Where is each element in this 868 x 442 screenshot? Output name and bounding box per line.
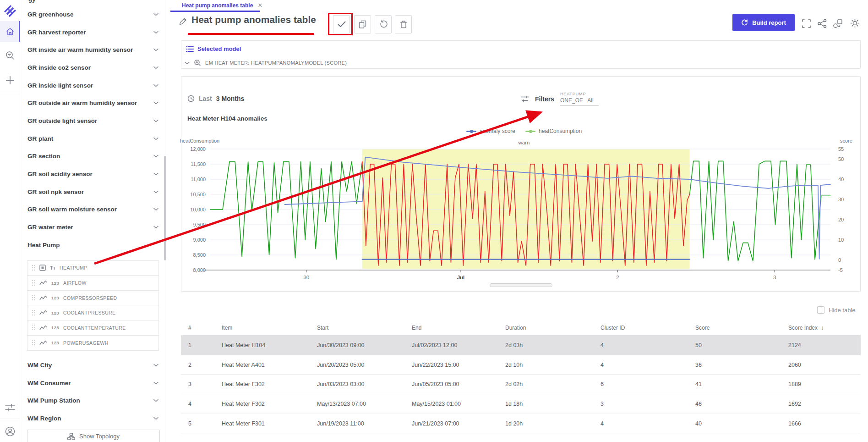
column-header-item[interactable]: Item — [222, 325, 317, 331]
share-button[interactable] — [818, 19, 827, 28]
chart-horizontal-scrollbar[interactable] — [490, 283, 552, 287]
attribute-label: HEATPUMP — [60, 265, 87, 271]
filter-heatpump-chip[interactable]: HEATPUMP ONE_OFAll — [560, 91, 599, 105]
legend-item-anomaly-score[interactable]: anomaly score — [466, 128, 515, 134]
confirm-title-button[interactable] — [333, 15, 350, 33]
sidebar-item-gr-soil-acidity-sensor[interactable]: GR soil acidity sensor — [20, 165, 167, 183]
table-row[interactable]: 2Heat Meter A401Jun/20/2023 05:00Jun/22/… — [181, 355, 861, 375]
delete-widget-button[interactable] — [395, 15, 412, 33]
search-icon — [5, 50, 15, 61]
sidebar-item-gr-soil-npk-sensor[interactable]: GR soil npk sensor — [20, 183, 167, 201]
sidebar-item-gr-inside-co2-sensor[interactable]: GR inside co2 sensor — [20, 59, 167, 77]
time-range-control[interactable]: Last 3 Months — [187, 95, 244, 102]
nav-explore[interactable] — [0, 48, 20, 63]
page-title: Heat pump anomalies table — [191, 14, 316, 25]
sidebar-item-gr-outside-light-sensor[interactable]: GR outside light sensor — [20, 112, 167, 130]
sidebar-item-wm-pump-station[interactable]: WM Pump Station — [20, 392, 167, 410]
column-header-score-index[interactable]: Score Index↓ — [788, 325, 861, 331]
column-header-end[interactable]: End — [412, 325, 505, 331]
filters-control[interactable]: Filters — [520, 95, 554, 103]
table-header-row: #ItemStartEndDurationCluster IDScoreScor… — [181, 320, 861, 336]
reset-widget-button[interactable] — [375, 15, 392, 33]
table-row[interactable]: 3Heat Meter F302Jun/03/2023 03:00Jun/05/… — [181, 375, 861, 394]
detach-widget-button[interactable] — [833, 19, 843, 28]
column-header-score[interactable]: Score — [695, 325, 788, 331]
sidebar-scrollbar[interactable] — [164, 156, 166, 260]
attribute-item-powerusagewh[interactable]: 123POWERUSAGEWH — [27, 336, 158, 351]
column-header-duration[interactable]: Duration — [505, 325, 601, 331]
attribute-item-coolantpressure[interactable]: 123COOLANTPRESSURE — [27, 305, 158, 320]
chevron-down-icon — [153, 226, 158, 229]
table-cell: Jun/03/2023 03:00 — [317, 381, 412, 387]
table-cell: 1889 — [788, 381, 861, 387]
app-logo[interactable] — [0, 4, 20, 18]
sidebar-item-wm-city[interactable]: WM City — [20, 356, 167, 374]
drag-handle-icon[interactable] — [32, 310, 35, 316]
attribute-item-coolanttemperature[interactable]: 123COOLANTTEMPERATURE — [27, 320, 158, 336]
tab-heat-pump-anomalies-table[interactable]: Heat pump anomalies table ✕ — [170, 0, 260, 12]
table-cell: 50 — [695, 342, 788, 348]
sidebar-item-label: GR soil npk sensor — [27, 188, 153, 195]
nav-home[interactable] — [0, 21, 20, 42]
sidebar-item-gr-inside-light-sensor[interactable]: GR inside light sensor — [20, 77, 167, 94]
attribute-item-compressorspeed[interactable]: 123COMPRESSORSPEED — [27, 291, 158, 306]
edit-title-icon[interactable] — [179, 17, 187, 25]
table-cell: 2d 10h — [505, 362, 601, 368]
sort-descending-icon[interactable]: ↓ — [821, 325, 824, 331]
table-cell: Heat Meter F302 — [222, 401, 317, 407]
fullscreen-button[interactable] — [802, 19, 811, 28]
drag-handle-icon[interactable] — [32, 325, 35, 331]
sidebar-item-label: WM Pump Station — [27, 397, 153, 404]
duplicate-widget-button[interactable] — [354, 15, 371, 33]
legend-label: anomaly score — [480, 128, 515, 134]
widget-settings-button[interactable] — [850, 18, 860, 28]
sidebar-item-gr-greenhouse[interactable]: GR greenhouse — [20, 6, 167, 23]
sidebar-item-heat-pump[interactable]: Heat Pump — [20, 236, 167, 254]
selected-model-row[interactable]: EM HEAT METER: HEATPUMPANOMALYMODEL (SCO… — [185, 59, 347, 66]
column-header--[interactable]: # — [188, 325, 222, 331]
table-row[interactable]: 4Heat Meter F302May/13/2023 07:00May/15/… — [181, 394, 861, 414]
table-cell: 1692 — [788, 401, 861, 407]
hide-table-checkbox[interactable] — [817, 306, 824, 314]
chevron-down-icon — [153, 208, 158, 211]
filter-value[interactable]: All — [587, 97, 593, 104]
nav-settings-sliders[interactable] — [0, 401, 20, 414]
build-report-button[interactable]: Build report — [732, 14, 795, 31]
right-axis-tick-label: 30 — [838, 197, 844, 202]
drag-handle-icon[interactable] — [32, 340, 35, 346]
numeric-type-icon: 123 — [51, 340, 59, 345]
table-row[interactable]: 5Heat Meter F301Jun/19/2023 11:00Jun/21/… — [181, 414, 861, 434]
sidebar-item-wm-region[interactable]: WM Region — [20, 409, 167, 427]
sidebar-item-gr-water-meter[interactable]: GR water meter — [20, 218, 167, 236]
drag-handle-icon[interactable] — [32, 265, 35, 271]
sidebar-item-gr-inside-air-warm-humidity-sensor[interactable]: GR inside air warm humidity sensor — [20, 41, 167, 59]
nav-add[interactable] — [0, 72, 20, 88]
table-row[interactable]: 1Heat Meter H104Jun/30/2023 09:00Jul/02/… — [181, 336, 861, 355]
entity-sidebar: gy GR greenhouseGR harvest reporterGR in… — [20, 0, 167, 442]
attribute-item-airflow[interactable]: 123AIRFLOW — [27, 276, 158, 291]
sidebar-item-gr-section[interactable]: GR section — [20, 148, 167, 166]
anomaly-chart[interactable]: 12,00011,50011,00010,50010,0009,5009,000… — [181, 146, 860, 284]
sidebar-item-gr-harvest-reporter[interactable]: GR harvest reporter — [20, 23, 167, 41]
show-topology-button[interactable]: Show Topology — [27, 430, 160, 442]
sidebar-item-gr-plant[interactable]: GR plant — [20, 130, 167, 148]
build-report-label: Build report — [752, 19, 786, 26]
nav-account[interactable] — [0, 424, 20, 439]
table-cell: 1 — [188, 342, 222, 348]
sidebar-item-gr-soil-warm-moisture-sensor[interactable]: GR soil warm moisture sensor — [20, 201, 167, 219]
table-cell: Jun/19/2023 11:00 — [317, 420, 412, 427]
chevron-down-icon — [185, 61, 190, 65]
drag-handle-icon[interactable] — [32, 280, 35, 286]
attribute-label: COOLANTTEMPERATURE — [63, 325, 126, 331]
sidebar-item-wm-consumer[interactable]: WM Consumer — [20, 374, 167, 392]
tab-close-icon[interactable]: ✕ — [257, 2, 262, 8]
chevron-down-icon — [153, 84, 158, 87]
attribute-item-heatpump[interactable]: TтHEATPUMP — [27, 261, 158, 276]
column-header-start[interactable]: Start — [317, 325, 412, 331]
legend-item-heatconsumption[interactable]: heatConsumption — [525, 128, 582, 134]
column-header-cluster-id[interactable]: Cluster ID — [601, 325, 695, 331]
sidebar-item-gr-outside-air-warm-humidity-sensor[interactable]: GR outside air warm humidity sensor — [20, 94, 167, 112]
left-axis-title: heatConsumption — [180, 138, 219, 144]
home-icon — [5, 27, 15, 36]
drag-handle-icon[interactable] — [32, 295, 35, 301]
